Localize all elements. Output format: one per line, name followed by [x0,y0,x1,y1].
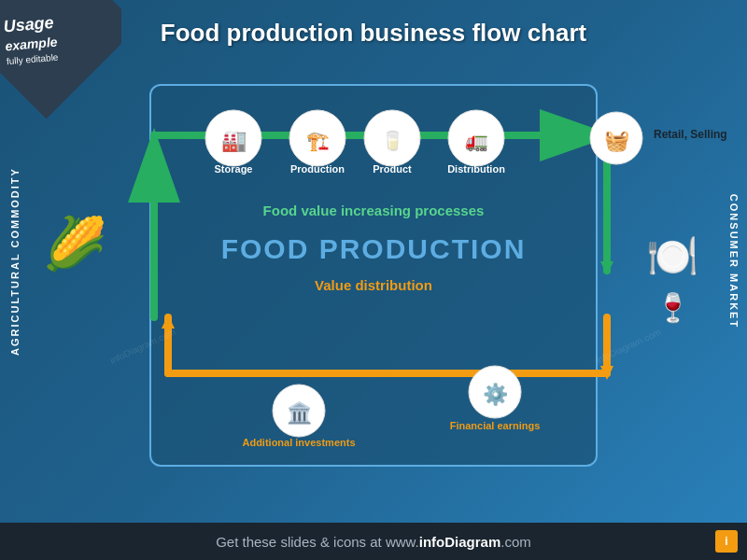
svg-text:🍽️: 🍽️ [646,231,699,282]
corner-banner-text: Usage example fully editable [3,12,60,67]
svg-text:🌽: 🌽 [43,214,107,274]
right-side-label: CONSUMER MARKET [728,194,740,329]
svg-text:infoDiagram.com: infoDiagram.com [594,327,662,366]
food-value-text: Food value increasing processes [151,203,596,218]
svg-text:🍷: 🍷 [655,291,691,325]
main-background: Usage example fully editable Food produc… [0,0,747,523]
footer-bar: Get these slides & icons at www.infoDiag… [0,523,747,560]
value-dist-text: Value distribution [151,277,596,293]
svg-point-19 [590,112,642,164]
corner-banner: Usage example fully editable [0,0,121,121]
svg-marker-4 [600,261,613,275]
info-diagram-icon: i [715,530,738,553]
food-production-text: FOOD PRODUCTION [151,233,596,265]
svg-text:🧺: 🧺 [604,128,630,153]
svg-marker-6 [600,366,613,380]
left-side-label: AGRICULTURAL COMMODITY [9,167,21,356]
footer-text: Get these slides & icons at www.infoDiag… [216,534,531,550]
svg-text:Retail, Selling: Retail, Selling [654,128,727,141]
diagram-box: Food value increasing processes FOOD PRO… [149,84,598,467]
